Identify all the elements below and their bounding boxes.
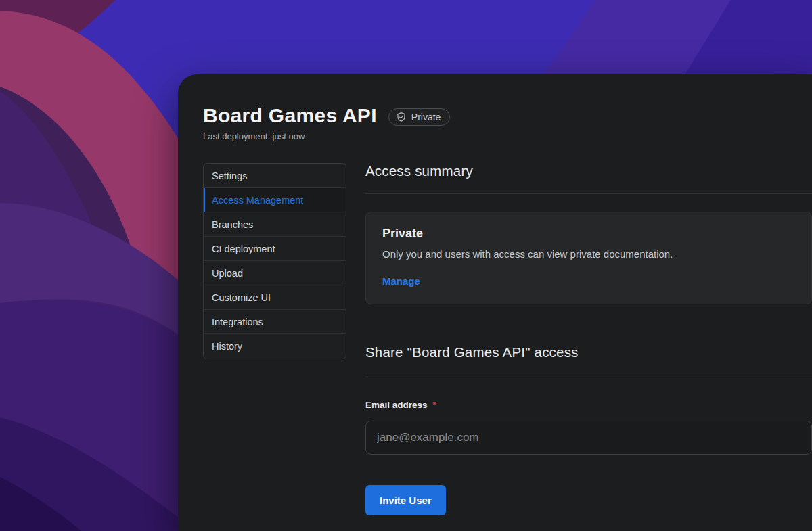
sidebar-item-history[interactable]: History xyxy=(204,334,346,359)
settings-sidebar: Settings Access Management Branches CI d… xyxy=(203,163,346,359)
sidebar-item-access-management[interactable]: Access Management xyxy=(204,188,346,212)
access-summary-heading: Access summary xyxy=(365,163,812,179)
last-deployment-text: Last deployment: just now xyxy=(203,131,812,141)
email-label: Email address xyxy=(365,400,428,410)
manage-link[interactable]: Manage xyxy=(382,275,420,287)
card-title: Private xyxy=(382,227,795,241)
required-asterisk: * xyxy=(432,400,436,410)
sidebar-item-settings[interactable]: Settings xyxy=(204,164,346,188)
content-area: Settings Access Management Branches CI d… xyxy=(203,163,812,515)
window-header: Board Games API Private xyxy=(203,104,812,127)
main-panel: Access summary Private Only you and user… xyxy=(365,163,812,515)
email-field[interactable] xyxy=(365,421,812,455)
app-window: Board Games API Private Last deployment:… xyxy=(178,74,812,531)
divider xyxy=(365,375,812,375)
private-access-card: Private Only you and users with access c… xyxy=(365,212,812,304)
divider xyxy=(365,193,812,194)
share-access-heading: Share "Board Games API" access xyxy=(365,344,812,361)
sidebar-item-integrations[interactable]: Integrations xyxy=(204,310,346,334)
card-description: Only you and users with access can view … xyxy=(382,248,795,260)
email-label-row: Email address * xyxy=(365,400,812,410)
sidebar-item-branches[interactable]: Branches xyxy=(204,212,346,237)
invite-user-button[interactable]: Invite User xyxy=(365,485,446,515)
visibility-badge: Private xyxy=(388,108,451,126)
sidebar-item-customize-ui[interactable]: Customize UI xyxy=(204,285,346,310)
page-title: Board Games API xyxy=(203,104,377,127)
sidebar-item-ci-deployment[interactable]: CI deployment xyxy=(204,237,346,261)
sidebar-item-upload[interactable]: Upload xyxy=(204,261,346,285)
shield-check-icon xyxy=(396,112,407,122)
badge-label: Private xyxy=(411,112,441,122)
